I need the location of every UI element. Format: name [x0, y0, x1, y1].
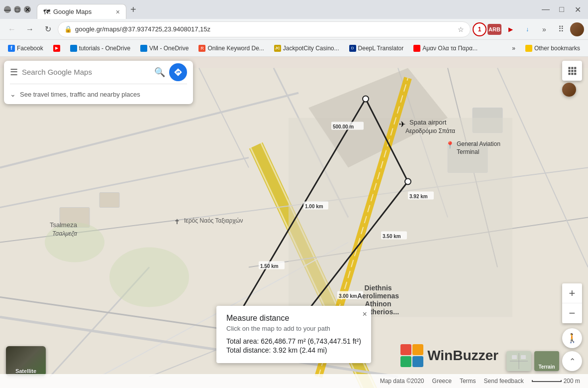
svg-text:500.00 m: 500.00 m — [333, 124, 354, 129]
bookmark-keyword[interactable]: R Online Keyword De... — [195, 44, 268, 53]
terms-link[interactable]: Terms — [460, 378, 476, 385]
pegman-button[interactable]: 🚶 — [562, 328, 582, 348]
bookmarks-bar: f Facebook ▶ tutorials - OneDrive VM - O… — [0, 40, 588, 57]
feedback-link[interactable]: Send feedback — [484, 378, 524, 385]
svg-point-26 — [45, 223, 104, 262]
map-bottom-bar: Map data ©2020 Greece Terms Send feedbac… — [0, 374, 588, 388]
measure-hint: Click on the map to add to your path — [226, 325, 361, 332]
close-window-button[interactable]: ✕ — [24, 6, 31, 13]
bookmark-vm-onedrive[interactable]: VM - OneDrive — [136, 44, 193, 53]
browser-frame: — □ ✕ 🗺 Google Maps × + — □ ✕ ← → ↻ 🔒 go… — [0, 0, 588, 388]
svg-rect-62 — [521, 355, 526, 359]
svg-text:1.50 km: 1.50 km — [260, 263, 279, 269]
hamburger-menu-button[interactable]: ☰ — [10, 67, 18, 78]
svg-rect-39 — [381, 232, 407, 240]
extension-icon-4[interactable]: ↓ — [519, 21, 535, 37]
scale-label: 200 m — [564, 378, 580, 385]
svg-point-25 — [109, 248, 189, 307]
svg-rect-54 — [574, 70, 576, 72]
zoom-in-button[interactable]: + — [562, 283, 582, 303]
map-region: Greece — [432, 378, 452, 385]
measure-title: Measure distance — [226, 314, 361, 323]
new-tab-button[interactable]: + — [126, 2, 140, 17]
search-button[interactable]: 🔍 — [154, 67, 165, 78]
bookmark-deepl[interactable]: D DeepL Translator — [345, 44, 408, 53]
zoom-out-button[interactable]: − — [562, 303, 582, 323]
measure-close-button[interactable]: × — [363, 310, 367, 319]
bookmark-youtube[interactable]: ▶ — [49, 44, 64, 53]
tbr-min-button[interactable]: — — [539, 3, 552, 16]
svg-rect-64 — [412, 344, 423, 355]
directions-button[interactable] — [169, 63, 187, 81]
svg-text:1.00 km: 1.00 km — [305, 204, 323, 209]
nav-right: 1 ARB ▶ ↓ » ⠿ — [473, 21, 584, 37]
travel-times-row[interactable]: ⌄ See travel times, traffic and nearby p… — [4, 84, 193, 104]
deepl-favicon: D — [349, 45, 356, 52]
svg-rect-57 — [574, 73, 576, 75]
svg-rect-50 — [571, 67, 573, 69]
tab-favicon: 🗺 — [43, 8, 50, 16]
sidebar-panel: ☰ 🔍 ⌄ See travel times, traffic and near… — [4, 61, 193, 104]
bookmark-star-button[interactable]: ☆ — [458, 25, 464, 33]
tab-bar: 🗺 Google Maps × + — [37, 0, 531, 19]
address-text: google.gr/maps/@37.9374725,23.9408017,15… — [75, 25, 455, 33]
more-extensions[interactable]: » — [536, 21, 552, 37]
svg-line-11 — [249, 218, 588, 267]
profile-avatar[interactable] — [570, 22, 584, 36]
address-bar[interactable]: 🔒 google.gr/maps/@37.9374725,23.9408017,… — [58, 21, 471, 37]
forward-button[interactable]: → — [22, 21, 38, 37]
measure-distance: Total distance: 3.92 km (2.44 mi) — [226, 346, 361, 354]
expand-map-button[interactable]: ⌃ — [562, 351, 582, 371]
youtube-favicon: ▶ — [53, 45, 60, 52]
extension-icon-1[interactable]: 1 — [473, 22, 487, 36]
maximize-button[interactable]: □ — [14, 6, 21, 13]
ga-terminal-label2: Terminal — [457, 148, 479, 155]
tbr-close-button[interactable]: ✕ — [571, 3, 584, 16]
search-input-wrap[interactable] — [22, 68, 150, 77]
minimize-button[interactable]: — — [4, 6, 11, 13]
other-bookmarks[interactable]: Other bookmarks — [521, 44, 584, 53]
bookmark-jackpotcity[interactable]: JC JackpotCity Casino... — [270, 44, 343, 53]
spata-airport-label: Spata airport — [409, 119, 446, 126]
travel-times-label: See travel times, traffic and nearby pla… — [20, 91, 140, 98]
ga-terminal-pin: 📍 — [446, 140, 454, 149]
svg-point-29 — [363, 96, 369, 102]
bookmark-tutorials-onedrive[interactable]: tutorials - OneDrive — [66, 44, 134, 53]
map-view-button[interactable] — [506, 351, 531, 371]
bookmark-facebook[interactable]: f Facebook — [4, 44, 47, 53]
svg-line-10 — [199, 168, 588, 218]
satellite-view-button[interactable]: Terrain — [534, 351, 559, 371]
search-input[interactable] — [22, 68, 150, 76]
svg-rect-43 — [337, 291, 363, 299]
extension-icon-2[interactable]: ARB — [488, 24, 501, 35]
refresh-button[interactable]: ↻ — [40, 21, 56, 37]
address-icons: ☆ — [458, 25, 464, 33]
bookmark-tutorials-label: tutorials - OneDrive — [79, 45, 130, 52]
bookmark-deepl-label: DeepL Translator — [358, 45, 404, 52]
map-user-avatar[interactable] — [562, 83, 576, 97]
tab-close-button[interactable]: × — [116, 8, 120, 16]
map-copyright: Map data ©2020 — [380, 378, 424, 385]
tsalmeza-label-gr: Τσαλμεζα — [52, 230, 77, 237]
apps-button[interactable]: ⠿ — [553, 21, 569, 37]
back-button[interactable]: ← — [4, 21, 20, 37]
apps-grid-button[interactable] — [562, 61, 582, 81]
tsalmeza-label-en: Tsalmeza — [50, 221, 77, 229]
bookmark-jc-label: JackpotCity Casino... — [283, 45, 339, 52]
more-bookmarks[interactable]: » — [508, 44, 519, 53]
tbr-max-button[interactable]: □ — [555, 3, 568, 16]
title-bar: — □ ✕ 🗺 Google Maps × + — □ ✕ — [0, 0, 588, 19]
svg-rect-51 — [574, 67, 576, 69]
map-bottom-right-controls: 🚶 — [562, 328, 582, 348]
spata-airport-label-gr: Αεροδρόμιο Σπάτα — [405, 128, 455, 134]
extension-icon-3[interactable]: ▶ — [502, 21, 518, 37]
map-container[interactable]: 500.00 m 3.92 km 1.00 km 3.50 km 1.50 km… — [0, 57, 588, 388]
bookmark-youtube2[interactable]: Αμαν Ολα τα Παρα... — [409, 44, 482, 53]
active-tab[interactable]: 🗺 Google Maps × — [37, 4, 126, 19]
svg-rect-55 — [569, 73, 571, 75]
expand-arrow: ⌄ — [10, 90, 16, 98]
svg-rect-20 — [99, 193, 119, 208]
svg-line-7 — [50, 267, 149, 377]
jc-favicon: JC — [274, 45, 281, 52]
satellite-toggle[interactable]: Satellite — [6, 346, 46, 376]
